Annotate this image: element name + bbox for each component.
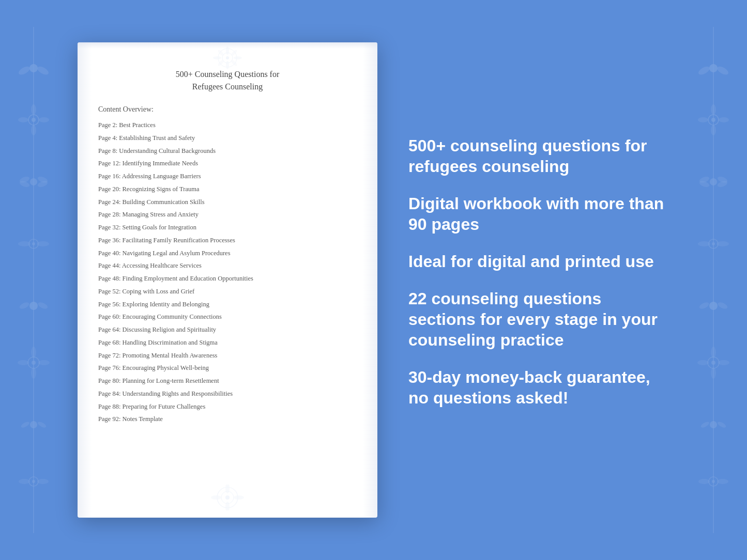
toc-topic: Navigating Legal and Asylum Procedures: [123, 250, 231, 257]
toc-item: Page 32: Setting Goals for Integration: [98, 221, 357, 234]
toc-topic: Establishing Trust and Safety: [119, 134, 195, 142]
toc-topic: Exploring Identity and Belonging: [123, 301, 209, 308]
toc-item: Page 4: Establishing Trust and Safety: [98, 132, 357, 145]
toc-list: Page 2: Best PracticesPage 4: Establishi…: [98, 119, 357, 426]
svg-point-85: [234, 495, 244, 500]
toc-item: Page 80: Planning for Long-term Resettle…: [98, 375, 357, 387]
toc-topic: Best Practices: [119, 121, 155, 129]
toc-topic: Facilitating Family Reunification Proces…: [123, 237, 235, 244]
toc-item: Page 20: Recognizing Signs of Trauma: [98, 183, 357, 196]
doc-left-strip: [78, 42, 92, 518]
toc-item: Page 2: Best Practices: [98, 119, 357, 132]
toc-item: Page 8: Understanding Cultural Backgroun…: [98, 145, 357, 158]
svg-point-71: [222, 53, 233, 63]
svg-point-78: [231, 59, 238, 67]
toc-page-num: Page 72:: [98, 352, 120, 359]
toc-page-num: Page 68:: [98, 339, 120, 346]
toc-topic: Finding Employment and Education Opportu…: [123, 275, 253, 282]
toc-item: Page 60: Encouraging Community Connectio…: [98, 310, 357, 323]
toc-page-num: Page 28:: [98, 211, 120, 218]
toc-topic: Preparing for Future Challenges: [123, 403, 206, 410]
toc-item: Page 88: Preparing for Future Challenges: [98, 400, 357, 413]
toc-topic: Understanding Rights and Responsibilitie…: [123, 390, 233, 397]
toc-page-num: Page 84:: [98, 390, 120, 397]
toc-item: Page 28: Managing Stress and Anxiety: [98, 208, 357, 221]
toc-page-num: Page 36:: [98, 237, 120, 244]
svg-point-82: [221, 491, 234, 504]
svg-point-79: [231, 49, 238, 56]
toc-item: Page 36: Facilitating Family Reunificati…: [98, 234, 357, 247]
toc-item: Page 92: Notes Template: [98, 413, 357, 426]
toc-page-num: Page 40:: [98, 250, 120, 257]
svg-point-72: [226, 56, 229, 59]
toc-topic: Discussing Religion and Spirituality: [123, 326, 217, 333]
toc-page-num: Page 56:: [98, 301, 120, 308]
feature-text-2: Digital workbook with more than 90 pages: [408, 193, 669, 235]
toc-item: Page 44: Accessing Healthcare Services: [98, 259, 357, 272]
svg-point-83: [225, 495, 230, 500]
toc-page-num: Page 24:: [98, 198, 120, 206]
toc-page-num: Page 44:: [98, 262, 120, 269]
svg-point-87: [225, 502, 230, 510]
toc-page-num: Page 20:: [98, 185, 120, 193]
toc-item: Page 12: Identifying Immediate Needs: [98, 157, 357, 170]
toc-topic: Building Communication Skills: [123, 198, 205, 206]
main-content: 500+ Counseling Questions for Refugees C…: [0, 0, 747, 560]
toc-topic: Handling Discrimination and Stigma: [123, 339, 218, 346]
toc-page-num: Page 80:: [98, 377, 120, 384]
feature-text-3: Ideal for digital and printed use: [408, 251, 669, 272]
svg-point-80: [217, 59, 224, 67]
toc-topic: Addressing Language Barriers: [122, 173, 201, 180]
toc-topic: Notes Template: [123, 415, 163, 423]
toc-item: Page 40: Navigating Legal and Asylum Pro…: [98, 247, 357, 260]
svg-point-81: [217, 487, 238, 508]
toc-page-num: Page 16:: [98, 173, 120, 180]
content-overview-label: Content Overview:: [98, 105, 357, 114]
toc-page-num: Page 76:: [98, 364, 120, 371]
toc-item: Page 76: Encouraging Physical Well-being: [98, 362, 357, 375]
toc-topic: Coping with Loss and Grief: [123, 288, 195, 295]
toc-page-num: Page 52:: [98, 288, 120, 295]
toc-item: Page 72: Promoting Mental Health Awarene…: [98, 349, 357, 362]
toc-page-num: Page 88:: [98, 403, 120, 410]
watermark-bottom: [160, 485, 295, 512]
toc-item: Page 84: Understanding Rights and Respon…: [98, 387, 357, 400]
svg-point-74: [234, 56, 242, 59]
svg-point-70: [218, 49, 237, 67]
svg-point-84: [211, 495, 221, 500]
toc-topic: Accessing Healthcare Services: [122, 262, 202, 269]
svg-point-73: [213, 56, 221, 59]
toc-topic: Encouraging Physical Well-being: [123, 364, 209, 371]
toc-page-num: Page 4:: [98, 134, 117, 142]
toc-item: Page 68: Handling Discrimination and Sti…: [98, 336, 357, 349]
toc-topic: Identifying Immediate Needs: [123, 160, 198, 167]
document-title: 500+ Counseling Questions for Refugees C…: [98, 68, 357, 93]
feature-text-4: 22 counseling questions sections for eve…: [408, 288, 669, 350]
toc-page-num: Page 60:: [98, 313, 120, 320]
toc-page-num: Page 64:: [98, 326, 120, 333]
toc-item: Page 48: Finding Employment and Educatio…: [98, 272, 357, 285]
toc-item: Page 56: Exploring Identity and Belongin…: [98, 298, 357, 311]
toc-page-num: Page 48:: [98, 275, 120, 282]
toc-item: Page 16: Addressing Language Barriers: [98, 170, 357, 183]
feature-text-1: 500+ counseling questions for refugees c…: [408, 135, 669, 177]
toc-page-num: Page 92:: [98, 415, 120, 423]
toc-page-num: Page 12:: [98, 160, 120, 167]
toc-item: Page 64: Discussing Religion and Spiritu…: [98, 323, 357, 336]
svg-point-75: [226, 46, 229, 55]
toc-item: Page 52: Coping with Loss and Grief: [98, 285, 357, 298]
toc-topic: Planning for Long-term Resettlement: [123, 377, 219, 384]
toc-topic: Setting Goals for Integration: [123, 224, 196, 231]
toc-topic: Encouraging Community Connections: [123, 313, 222, 320]
document-panel: 500+ Counseling Questions for Refugees C…: [78, 42, 377, 518]
toc-topic: Understanding Cultural Backgrounds: [119, 147, 216, 154]
toc-topic: Recognizing Signs of Trauma: [123, 185, 200, 193]
toc-item: Page 24: Building Communication Skills: [98, 196, 357, 209]
svg-point-77: [217, 49, 224, 56]
text-panel: 500+ counseling questions for refugees c…: [408, 125, 669, 435]
toc-page-num: Page 8:: [98, 147, 117, 154]
toc-page-num: Page 32:: [98, 224, 120, 231]
feature-text-5: 30-day money-back guarantee, no question…: [408, 367, 669, 408]
toc-topic: Managing Stress and Anxiety: [123, 211, 199, 218]
doc-right-strip: [363, 42, 377, 518]
